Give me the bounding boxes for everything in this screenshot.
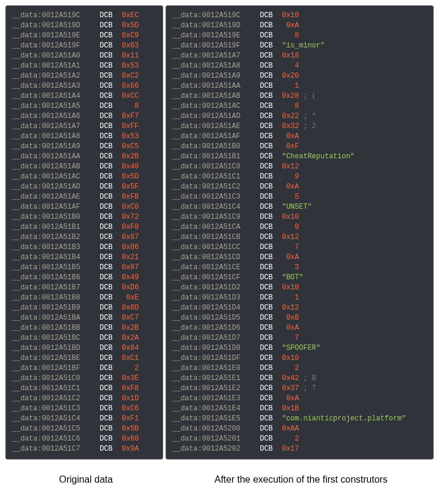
address-label: __data:0012A51D3 — [172, 293, 260, 303]
address-label: __data:0012A519C — [12, 11, 100, 21]
disassembly-row: __data:0012A51B2DCB0x87 — [12, 232, 157, 243]
hex-value: 0xAA — [278, 424, 299, 434]
dcb-keyword: DCB — [100, 202, 117, 212]
dcb-keyword: DCB — [100, 81, 117, 91]
disassembly-row: __data:0012A51CFDCB "BOT" — [172, 273, 427, 283]
dcb-keyword: DCB — [100, 424, 117, 434]
hex-value: 0xA — [278, 323, 299, 333]
hex-value: 0xC6 — [117, 404, 139, 414]
address-label: __data:0012A51A5 — [12, 101, 100, 111]
address-label: __data:0012A51B3 — [12, 243, 100, 253]
dec-value: 0 — [278, 222, 299, 232]
disassembly-row: __data:0012A519EDCB8 — [172, 31, 427, 41]
address-label: __data:0012A51A9 — [172, 71, 260, 81]
dcb-keyword: DCB — [100, 192, 117, 202]
address-label: __data:0012A51B7 — [12, 283, 100, 293]
address-label: __data:0012A51C5 — [12, 424, 100, 434]
dcb-keyword: DCB — [260, 111, 278, 122]
address-label: __data:0012A51DF — [172, 353, 260, 363]
dcb-keyword: DCB — [100, 11, 117, 21]
dcb-keyword: DCB — [100, 343, 117, 353]
dec-value: 9 — [278, 172, 299, 182]
dcb-keyword: DCB — [260, 61, 278, 71]
disassembly-row: __data:0012A51E2DCB0x37 ; 7 — [172, 384, 427, 394]
disassembly-row: __data:0012A51BEDCB0xC1 — [12, 353, 157, 363]
disassembly-row: __data:0012A51D7DCB7 — [172, 333, 427, 343]
address-label: __data:0012A51C1 — [12, 384, 100, 394]
dcb-keyword: DCB — [260, 343, 278, 353]
address-label: __data:0012A519D — [172, 21, 260, 31]
address-label: __data:0012A51BE — [12, 353, 100, 363]
disassembly-row: __data:0012A51B0DCB0xF — [172, 142, 427, 152]
address-label: __data:0012A51B9 — [12, 303, 100, 313]
hex-value: 0xEC — [117, 11, 139, 21]
disassembly-row: __data:0012A51C9DCB0x10 — [172, 212, 427, 222]
dcb-keyword: DCB — [100, 41, 117, 51]
disassembly-row: __data:0012A51D3DCB1 — [172, 293, 427, 303]
address-label: __data:0012A51BF — [12, 363, 100, 374]
hex-value: 0x86 — [117, 243, 139, 253]
disassembly-row: __data:0012A51B3DCB0x86 — [12, 243, 157, 253]
hex-value: 0x63 — [117, 41, 139, 51]
dcb-keyword: DCB — [260, 101, 278, 111]
disassembly-row: __data:0012A51B6DCB0x49 — [12, 273, 157, 283]
hex-value: 0x5F — [117, 182, 139, 192]
dec-value: 2 — [278, 434, 299, 444]
disassembly-row: __data:0012A51C6DCB0x60 — [12, 434, 157, 444]
address-label: __data:0012A51B4 — [12, 253, 100, 263]
disassembly-row: __data:0012A51E5DCB "com.nianticproject.… — [172, 414, 427, 424]
disassembly-row: __data:0012A51AADCB0x2B — [12, 152, 157, 162]
disassembly-row: __data:0012A51A9DCB0xC5 — [12, 142, 157, 152]
dcb-keyword: DCB — [260, 41, 278, 51]
dec-value: 7 — [278, 243, 299, 253]
disassembly-row: __data:0012A51E3DCB0xA — [172, 394, 427, 404]
address-label: __data:0012A51C7 — [12, 444, 100, 454]
dcb-keyword: DCB — [100, 363, 117, 374]
caption-decoded: After the execution of the first constru… — [166, 474, 436, 484]
hex-value: 0xA — [278, 132, 299, 142]
dcb-keyword: DCB — [100, 182, 117, 192]
address-label: __data:0012A51CE — [172, 263, 260, 273]
hex-value: 0x18 — [278, 51, 299, 61]
dcb-keyword: DCB — [100, 162, 117, 172]
dcb-keyword: DCB — [260, 434, 278, 444]
disassembly-row: __data:0012A51C1DCB9 — [172, 172, 427, 182]
disassembly-row: __data:0012A51B1DCB "CheatReputation" — [172, 152, 427, 162]
hex-value: 0xC7 — [117, 313, 139, 323]
dcb-keyword: DCB — [100, 232, 117, 243]
hex-value: 0xA — [278, 394, 299, 404]
dcb-keyword: DCB — [100, 101, 117, 111]
disassembly-row: __data:0012A51CCDCB7 — [172, 243, 427, 253]
disassembly-row: __data:0012A51BADCB0xC7 — [12, 313, 157, 323]
disassembly-row: __data:0012A51C7DCB0x9A — [12, 444, 157, 454]
address-label: __data:0012A51C2 — [172, 182, 260, 192]
dcb-keyword: DCB — [100, 434, 117, 444]
disassembly-row: __data:0012A51B5DCB0x87 — [12, 263, 157, 273]
hex-value: 0x17 — [278, 444, 299, 454]
dec-value: 8 — [278, 31, 299, 41]
address-label: __data:0012A51C0 — [12, 374, 100, 384]
comment: ; " — [299, 111, 316, 122]
disassembly-row: __data:0012A51CBDCB0x12 — [172, 232, 427, 243]
dcb-keyword: DCB — [260, 384, 278, 394]
disassembly-row: __data:0012A51B1DCB0xF0 — [12, 222, 157, 232]
disassembly-row: __data:0012A51ADDCB0x5F — [12, 182, 157, 192]
hex-value: 0xF8 — [117, 384, 139, 394]
dec-value: 4 — [278, 61, 299, 71]
disassembly-row: __data:0012A51BBDCB0x2B — [12, 323, 157, 333]
string-value: "CheatReputation" — [278, 152, 355, 162]
dec-value: 2 — [278, 363, 299, 374]
address-label: __data:0012A51B2 — [12, 232, 100, 243]
disassembly-row: __data:0012A51A7DCB0x18 — [172, 51, 427, 61]
dcb-keyword: DCB — [100, 323, 117, 333]
hex-value: 0x3E — [117, 374, 139, 384]
decoded-data-panel: __data:0012A519CDCB0x10__data:0012A519DD… — [166, 6, 433, 459]
disassembly-row: __data:0012A519CDCB0x10 — [172, 11, 427, 21]
dcb-keyword: DCB — [260, 374, 278, 384]
disassembly-row: __data:0012A51ADDCB0x22 ; " — [172, 111, 427, 122]
disassembly-row: __data:0012A51A3DCB0x66 — [12, 81, 157, 91]
disassembly-row: __data:0012A51ACDCB8 — [172, 101, 427, 111]
address-label: __data:0012A51D4 — [172, 303, 260, 313]
address-label: __data:0012A51B6 — [12, 273, 100, 283]
hex-value: 0xFF — [117, 122, 139, 132]
